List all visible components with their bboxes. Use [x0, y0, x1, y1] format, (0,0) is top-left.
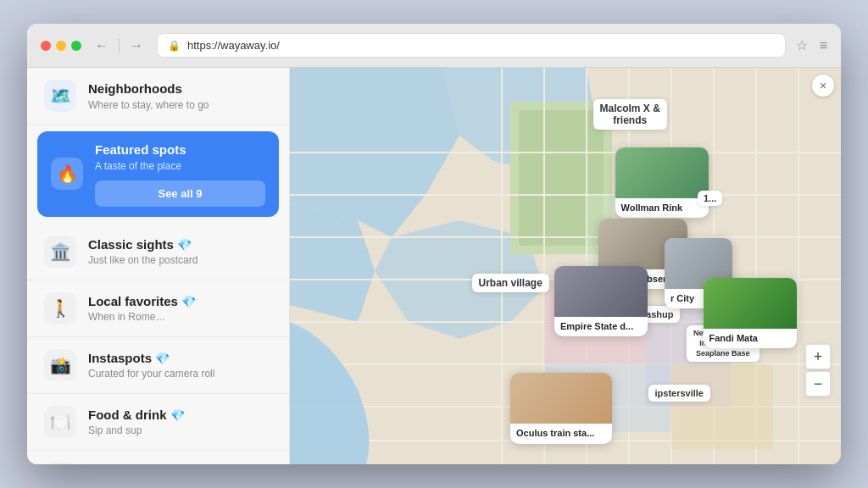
back-button[interactable]: ←	[92, 36, 112, 55]
instaspots-diamond: 💎	[155, 352, 170, 365]
oculus-train-image	[510, 373, 612, 424]
minimize-window-button[interactable]	[56, 41, 66, 51]
fandi-mata-image	[704, 278, 797, 329]
map-label-ipstersville: ipstersville	[648, 385, 710, 402]
classic-sights-text: Classic sights 💎 Just like on the postca…	[88, 236, 272, 267]
browser-window: ← → 🔒 https://wayaway.io/ ☆ ≡ 🗺️ Neighbo…	[27, 24, 841, 464]
map-area[interactable]: × Malcolm X &friends Urban village al ma…	[290, 68, 841, 464]
sidebar-item-instaspots[interactable]: 📸 Instaspots 💎 Curated for your camera r…	[27, 337, 289, 394]
map-card-empire-state[interactable]: Empire State d...	[554, 266, 648, 336]
local-favorites-icon: 🚶	[44, 292, 76, 324]
maximize-window-button[interactable]	[71, 41, 81, 51]
empire-state-label: Empire State d...	[554, 317, 648, 336]
neighborhoods-icon: 🗺️	[44, 80, 76, 112]
map-label-urban-village: Urban village	[472, 274, 549, 292]
see-all-button[interactable]: See all 9	[95, 180, 265, 207]
local-favorites-subtitle: When in Rome…	[88, 311, 272, 323]
bookmark-icon[interactable]: ☆	[796, 37, 808, 53]
neighborhoods-title: Neighborhoods	[88, 80, 272, 97]
url-text: https://wayaway.io/	[187, 39, 280, 52]
nav-divider	[119, 38, 120, 53]
map-label-malcolm: Malcolm X &friends	[593, 99, 667, 130]
map-number-badge-1: 1...	[698, 191, 722, 206]
main-content: 🗺️ Neighborhoods Where to stay, where to…	[27, 68, 841, 464]
zoom-in-button[interactable]: +	[805, 344, 831, 369]
address-bar[interactable]: 🔒 https://wayaway.io/	[157, 33, 786, 58]
map-card-wollman-rink[interactable]: Wollman Rink	[615, 147, 709, 218]
map-card-fandi-mata[interactable]: Fandi Mata	[704, 278, 797, 348]
sidebar-item-neighborhoods[interactable]: 🗺️ Neighborhoods Where to stay, where to…	[27, 68, 289, 125]
sidebar-item-featured-spots[interactable]: 🔥 Featured spots A taste of the place Se…	[37, 131, 279, 217]
fandi-mata-label: Fandi Mata	[704, 329, 797, 348]
local-favorites-text: Local favorites 💎 When in Rome…	[88, 293, 272, 324]
svg-rect-22	[671, 364, 773, 449]
browser-actions: ☆ ≡	[796, 37, 827, 53]
empire-state-image	[554, 266, 648, 317]
browser-chrome: ← → 🔒 https://wayaway.io/ ☆ ≡	[27, 24, 841, 68]
instaspots-text: Instaspots 💎 Curated for your camera rol…	[88, 350, 272, 380]
map-card-oculus-train[interactable]: Oculus train sta...	[510, 373, 612, 443]
sidebar-item-local-favorites[interactable]: 🚶 Local favorites 💎 When in Rome…	[27, 280, 289, 337]
zoom-out-button[interactable]: −	[805, 371, 831, 396]
instaspots-icon: 📸	[44, 349, 76, 381]
map-close-button[interactable]: ×	[812, 75, 834, 97]
featured-spots-icon: 🔥	[51, 158, 83, 190]
sidebar: 🗺️ Neighborhoods Where to stay, where to…	[27, 68, 290, 464]
oculus-train-label: Oculus train sta...	[510, 424, 612, 443]
nav-buttons: ← →	[92, 36, 147, 55]
instaspots-title: Instaspots 💎	[88, 350, 272, 367]
close-window-button[interactable]	[41, 41, 51, 51]
wollman-rink-image	[615, 147, 709, 198]
sidebar-item-food-drink[interactable]: 🍽️ Food & drink 💎 Sip and sup	[27, 394, 289, 451]
sidebar-item-hotels[interactable]: 🏨 Hotels	[27, 451, 289, 465]
classic-sights-icon: 🏛️	[44, 236, 76, 268]
traffic-lights	[41, 41, 81, 51]
featured-spots-title: Featured spots	[95, 141, 265, 158]
featured-spots-subtitle: A taste of the place	[95, 160, 265, 172]
food-drink-title: Food & drink 💎	[88, 407, 272, 424]
neighborhoods-text: Neighborhoods Where to stay, where to go	[88, 80, 272, 111]
instaspots-subtitle: Curated for your camera roll	[88, 368, 272, 380]
classic-sights-title: Classic sights 💎	[88, 236, 272, 253]
forward-button[interactable]: →	[126, 36, 147, 55]
food-drink-diamond: 💎	[170, 408, 185, 422]
local-favorites-diamond: 💎	[181, 295, 196, 308]
lock-icon: 🔒	[168, 40, 181, 52]
menu-icon[interactable]: ≡	[820, 38, 827, 53]
sidebar-item-classic-sights[interactable]: 🏛️ Classic sights 💎 Just like on the pos…	[27, 224, 289, 280]
food-drink-icon: 🍽️	[44, 406, 76, 438]
classic-sights-subtitle: Just like on the postcard	[88, 254, 272, 266]
classic-sights-diamond: 💎	[177, 238, 192, 252]
food-drink-text: Food & drink 💎 Sip and sup	[88, 407, 272, 437]
hotels-icon: 🏨	[44, 463, 76, 465]
neighborhoods-subtitle: Where to stay, where to go	[88, 99, 272, 111]
wollman-rink-label: Wollman Rink	[615, 198, 709, 218]
zoom-controls: + −	[805, 344, 831, 396]
food-drink-subtitle: Sip and sup	[88, 424, 272, 436]
local-favorites-title: Local favorites 💎	[88, 293, 272, 310]
featured-spots-text: Featured spots A taste of the place See …	[95, 141, 265, 207]
